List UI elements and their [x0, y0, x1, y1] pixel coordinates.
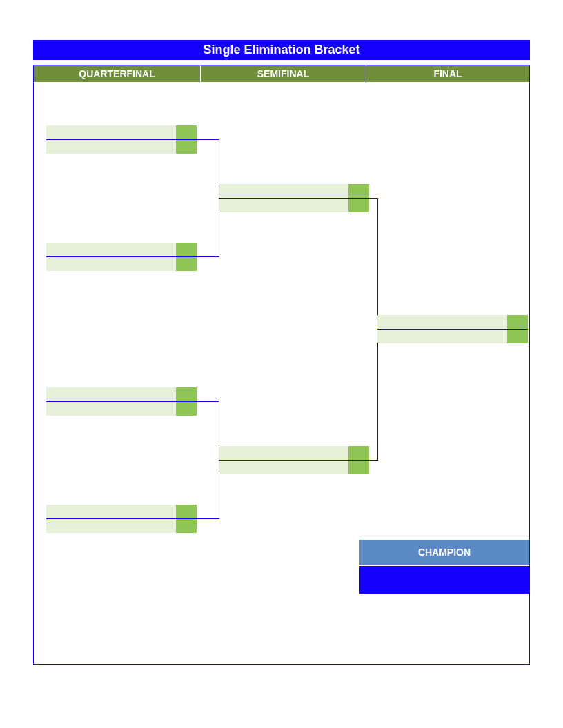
round-header-semifinal: SEMIFINAL: [201, 65, 366, 82]
connector-line: [219, 139, 219, 184]
bracket-container: QUARTERFINAL SEMIFINAL FINAL: [33, 65, 530, 665]
qf4-team1[interactable]: [46, 505, 176, 518]
sf1-team1[interactable]: [219, 184, 348, 198]
match-qf1: [46, 125, 197, 154]
connector-line: [197, 256, 219, 257]
match-sf2: [219, 446, 369, 474]
qf3-team2[interactable]: [46, 402, 176, 416]
connector-line: [197, 401, 219, 402]
match-final: [377, 315, 528, 343]
qf2-score1[interactable]: [176, 243, 197, 256]
sf2-team1[interactable]: [219, 446, 348, 460]
qf2-score2[interactable]: [176, 257, 197, 271]
f1-score1[interactable]: [507, 315, 528, 329]
sf1-team2[interactable]: [219, 199, 348, 212]
qf1-team1[interactable]: [46, 125, 176, 139]
connector-line: [219, 401, 219, 446]
sf2-score2[interactable]: [348, 461, 369, 474]
page-title: Single Elimination Bracket: [33, 40, 530, 61]
sf1-score2[interactable]: [348, 199, 369, 212]
qf1-score1[interactable]: [176, 125, 197, 139]
round-header-quarterfinal: QUARTERFINAL: [34, 65, 201, 82]
connector-line: [377, 343, 378, 461]
qf1-score2[interactable]: [176, 140, 197, 154]
sf1-score1[interactable]: [348, 184, 369, 198]
connector-line: [369, 460, 377, 461]
qf3-score2[interactable]: [176, 402, 197, 416]
qf4-team2[interactable]: [46, 519, 176, 533]
round-header-final: FINAL: [366, 65, 529, 82]
connector-line: [369, 198, 377, 199]
qf3-team1[interactable]: [46, 387, 176, 401]
qf4-score2[interactable]: [176, 519, 197, 533]
champion-name[interactable]: [359, 566, 529, 594]
f1-team1[interactable]: [377, 315, 507, 329]
connector-line: [377, 198, 378, 315]
f1-team2[interactable]: [377, 330, 507, 343]
connector-line: [219, 212, 219, 257]
match-sf1: [219, 184, 369, 212]
connector-line: [197, 139, 219, 140]
qf2-team2[interactable]: [46, 257, 176, 271]
connector-line: [197, 518, 219, 519]
qf1-team2[interactable]: [46, 140, 176, 154]
connector-line: [219, 474, 219, 519]
qf3-score1[interactable]: [176, 387, 197, 401]
qf4-score1[interactable]: [176, 505, 197, 518]
qf2-team1[interactable]: [46, 243, 176, 256]
match-qf3: [46, 387, 197, 416]
match-qf4: [46, 505, 197, 533]
match-qf2: [46, 243, 197, 271]
sf2-team2[interactable]: [219, 461, 348, 474]
f1-score2[interactable]: [507, 330, 528, 343]
sf2-score1[interactable]: [348, 446, 369, 460]
champion-header: CHAMPION: [359, 540, 529, 565]
